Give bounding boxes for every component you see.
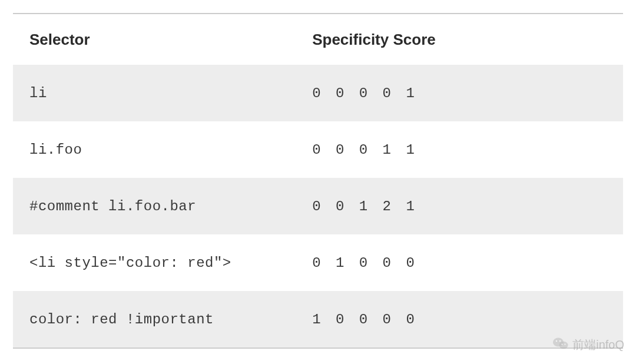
table-row: li 0 0 0 0 1: [13, 65, 623, 121]
cell-score: 0 0 0 1 1: [312, 142, 607, 158]
cell-selector: #comment li.foo.bar: [29, 198, 312, 214]
cell-score: 0 1 0 0 0: [312, 255, 607, 271]
table-row: <li style="color: red"> 0 1 0 0 0: [13, 234, 623, 291]
cell-score: 0 0 0 0 1: [312, 85, 607, 101]
table-row: #comment li.foo.bar 0 0 1 2 1: [13, 178, 623, 234]
cell-selector: li: [29, 85, 312, 101]
specificity-table: Selector Specificity Score li 0 0 0 0 1 …: [13, 13, 623, 349]
cell-selector: li.foo: [29, 142, 312, 158]
table-header-row: Selector Specificity Score: [13, 14, 623, 65]
cell-score: 1 0 0 0 0: [312, 312, 607, 327]
cell-score: 0 0 1 2 1: [312, 198, 607, 214]
table-row: li.foo 0 0 0 1 1: [13, 121, 623, 178]
header-selector: Selector: [29, 31, 312, 49]
page: Selector Specificity Score li 0 0 0 0 1 …: [0, 0, 636, 364]
cell-selector: <li style="color: red">: [29, 255, 312, 271]
table-row: color: red !important 1 0 0 0 0: [13, 291, 623, 348]
cell-selector: color: red !important: [29, 312, 312, 327]
header-score: Specificity Score: [312, 31, 607, 49]
